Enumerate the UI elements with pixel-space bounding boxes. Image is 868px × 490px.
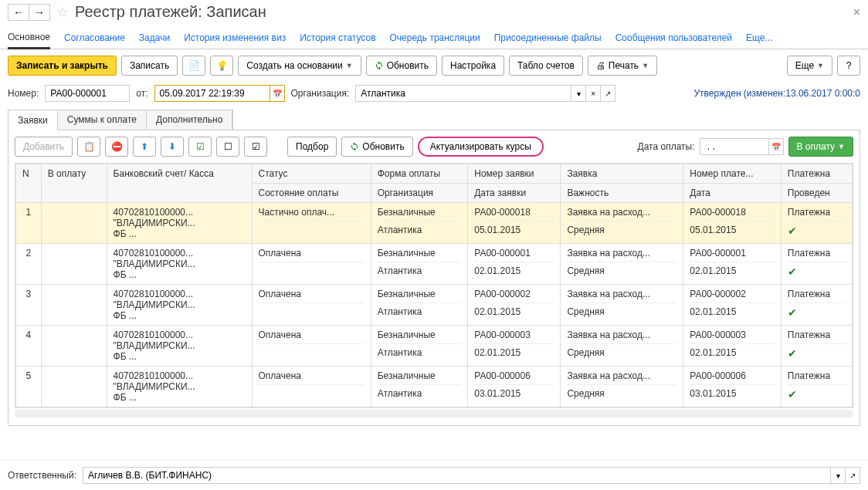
add-button[interactable]: Добавить: [15, 137, 73, 157]
main-tab[interactable]: Очередь трансляции: [390, 28, 480, 48]
uncheck-icon[interactable]: ☐: [216, 137, 239, 157]
move-down-icon[interactable]: ⬇: [161, 137, 184, 157]
sub-tab[interactable]: Дополнительно: [147, 110, 232, 130]
save-close-button[interactable]: Записать и закрыть: [8, 56, 117, 76]
date-input[interactable]: [154, 85, 270, 102]
sub-tabs: ЗаявкиСуммы к оплатеДополнительно: [8, 110, 233, 130]
responsible-input[interactable]: [83, 467, 831, 484]
update-rates-button[interactable]: Актуализировать курсы: [418, 137, 544, 157]
save-button[interactable]: Записать: [121, 56, 178, 76]
form-header: Номер: от: 📅 Организация: ▾ × ↗ Утвержде…: [0, 82, 868, 105]
checkmark-icon: ✔: [788, 347, 797, 360]
check-all-icon[interactable]: ☑: [188, 137, 212, 157]
approval-status: Утвержден (изменен:13.06.2017 0:00:0: [693, 88, 860, 99]
main-tab[interactable]: Еще...: [746, 28, 772, 48]
main-tab[interactable]: Основное: [8, 27, 50, 49]
from-label: от:: [136, 88, 147, 99]
move-up-icon[interactable]: ⬆: [133, 137, 156, 157]
table-row[interactable]: 3 40702810100000..."ВЛАДИМИРСКИ...ФБ ...…: [16, 285, 853, 326]
main-tab[interactable]: Согласование: [64, 28, 125, 48]
main-tab[interactable]: История изменения виз: [184, 28, 286, 48]
print-button[interactable]: 🖨 Печать ▼: [588, 56, 657, 76]
main-tab[interactable]: Задачи: [139, 28, 170, 48]
table-row[interactable]: 2 40702810100000..."ВЛАДИМИРСКИ...ФБ ...…: [16, 244, 853, 285]
favorite-icon[interactable]: ☆: [56, 4, 69, 21]
copy-icon[interactable]: 📋: [77, 137, 100, 157]
checkmark-icon: ✔: [788, 388, 797, 400]
help-button[interactable]: ?: [837, 56, 860, 76]
create-based-button[interactable]: Создать на основании ▼: [238, 56, 361, 76]
page-title: Реестр платежей: Записан: [75, 3, 266, 21]
sub-tab[interactable]: Заявки: [8, 111, 58, 130]
dropdown-icon[interactable]: ▾: [830, 467, 846, 484]
more-button[interactable]: Еще ▼: [787, 56, 832, 76]
refresh-button[interactable]: Обновить: [366, 56, 437, 76]
table-row[interactable]: 1 40702810100000..."ВЛАДИМИРСКИ...ФБ ...…: [16, 203, 853, 244]
select-button[interactable]: Подбор: [287, 137, 337, 157]
footer: Ответственный: ▾ ↗: [0, 460, 868, 490]
number-input[interactable]: [45, 85, 130, 102]
forward-button[interactable]: →: [29, 4, 50, 21]
report-icon[interactable]: 📄: [182, 56, 205, 76]
requests-panel: Добавить 📋 ⛔ ⬆ ⬇ ☑ ☐ ☑ Подбор Обновить А…: [8, 130, 860, 426]
calendar-icon[interactable]: 📅: [270, 85, 285, 102]
pay-date-label: Дата оплаты:: [638, 141, 695, 152]
main-tab[interactable]: Присоединенные файлы: [494, 28, 602, 48]
main-tab[interactable]: Сообщения пользователей: [615, 28, 732, 48]
delete-icon[interactable]: ⛔: [105, 137, 128, 157]
main-tab[interactable]: История статусов: [300, 28, 375, 48]
pay-button[interactable]: В оплату ▼: [788, 137, 853, 157]
setup-button[interactable]: Настройка: [442, 56, 504, 76]
horizontal-scrollbar[interactable]: [15, 410, 853, 417]
main-tabs: ОсновноеСогласованиеЗадачиИстория измене…: [0, 27, 868, 49]
clear-icon[interactable]: ×: [585, 85, 601, 102]
dropdown-icon[interactable]: ▾: [571, 85, 586, 102]
table-row[interactable]: 4 40702810100000..."ВЛАДИМИРСКИ...ФБ ...…: [16, 326, 853, 367]
table-row[interactable]: 5 40702810100000..."ВЛАДИМИРСКИ...ФБ ...…: [16, 367, 853, 407]
toolbar: Записать и закрыть Записать 📄 💡 Создать …: [0, 49, 868, 82]
open-icon[interactable]: ↗: [600, 85, 615, 102]
checkmark-icon: ✔: [788, 306, 797, 319]
org-input[interactable]: [355, 85, 571, 102]
idea-icon[interactable]: 💡: [210, 56, 233, 76]
checkmark-icon: ✔: [788, 265, 797, 278]
responsible-label: Ответственный:: [8, 470, 76, 481]
org-label: Организация:: [291, 88, 350, 99]
calendar-icon[interactable]: 📅: [768, 138, 784, 155]
requests-table: NВ оплатуБанковский счет/ Касса СтатусФо…: [15, 163, 853, 408]
panel-refresh-button[interactable]: Обновить: [341, 137, 412, 157]
sub-tab[interactable]: Суммы к оплате: [58, 110, 147, 130]
number-label: Номер:: [8, 88, 39, 99]
close-icon[interactable]: ×: [853, 5, 860, 19]
open-icon[interactable]: ↗: [845, 467, 860, 484]
toggle-icon[interactable]: ☑: [244, 137, 267, 157]
pay-date-input[interactable]: [700, 138, 769, 155]
accounts-button[interactable]: Табло счетов: [509, 56, 583, 76]
back-button[interactable]: ←: [8, 4, 29, 21]
checkmark-icon: ✔: [788, 225, 797, 237]
